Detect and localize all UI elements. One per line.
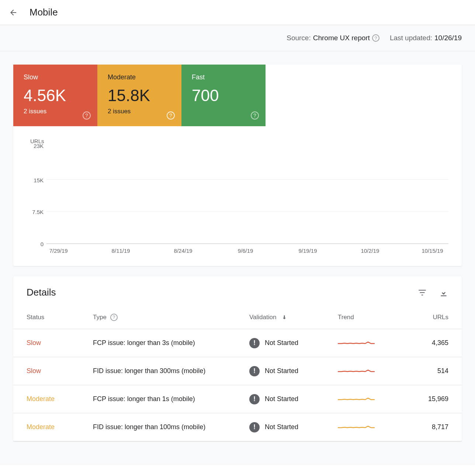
th-urls[interactable]: URLs (404, 314, 448, 321)
row-type: FCP issue: longer than 1s (mobile) (93, 395, 249, 403)
x-tick: 9/19/19 (298, 248, 317, 254)
help-icon[interactable]: ? (167, 111, 175, 120)
chart: URLs 07.5K15K23K 7/29/198/11/198/24/199/… (13, 126, 462, 266)
back-arrow-icon[interactable] (9, 8, 18, 17)
row-validation: !Not Started (249, 394, 338, 404)
updated-meta: Last updated: 10/26/19 (390, 34, 462, 42)
updated-label: Last updated: (390, 34, 432, 42)
row-trend (338, 367, 404, 375)
table-row[interactable]: SlowFID issue: longer than 300ms (mobile… (13, 357, 462, 385)
row-urls: 15,969 (404, 395, 448, 403)
row-validation: !Not Started (249, 422, 338, 432)
stat-moderate-issues: 2 issues (108, 108, 171, 115)
source-label: Source: (287, 34, 311, 42)
table-body: SlowFCP issue: longer than 3s (mobile)!N… (13, 329, 462, 441)
stat-fast[interactable]: Fast 700 ? (181, 65, 266, 126)
row-trend (338, 423, 404, 431)
y-tick: 7.5K (32, 209, 44, 215)
content-area: Slow 4.56K 2 issues ? Moderate 15.8K 2 i… (0, 51, 475, 465)
stat-fast-label: Fast (192, 73, 255, 81)
details-table: Status Type ? Validation Trend URLs Slow… (13, 306, 462, 441)
help-icon[interactable]: ? (251, 111, 259, 120)
row-trend (338, 395, 404, 403)
y-tick: 0 (41, 241, 44, 247)
table-row[interactable]: SlowFCP issue: longer than 3s (mobile)!N… (13, 329, 462, 357)
source-value: Chrome UX report (313, 34, 370, 42)
details-header: Details (13, 276, 462, 306)
row-validation-text: Not Started (265, 395, 298, 403)
sort-desc-icon (281, 314, 287, 320)
x-tick: 10/2/19 (361, 248, 379, 254)
th-type-label: Type (93, 314, 107, 321)
row-trend (338, 339, 404, 347)
row-status: Moderate (27, 423, 93, 431)
details-card: Details Status Type ? Validation Trend U… (13, 276, 462, 441)
th-trend[interactable]: Trend (338, 314, 404, 321)
stat-row: Slow 4.56K 2 issues ? Moderate 15.8K 2 i… (13, 65, 462, 126)
sparkline-icon (338, 423, 375, 431)
row-type: FID issue: longer than 300ms (mobile) (93, 367, 249, 375)
stat-fast-value: 700 (192, 86, 255, 105)
chart-bars (46, 146, 448, 244)
grid-line (46, 211, 448, 212)
help-icon[interactable]: ? (372, 34, 379, 42)
warning-icon: ! (249, 394, 260, 404)
y-tick: 15K (34, 177, 44, 183)
stat-moderate[interactable]: Moderate 15.8K 2 issues ? (97, 65, 181, 126)
x-tick: 8/11/19 (112, 248, 130, 254)
page-title: Mobile (30, 7, 58, 18)
table-row[interactable]: ModerateFCP issue: longer than 1s (mobil… (13, 385, 462, 413)
stat-slow-value: 4.56K (24, 86, 87, 105)
meta-bar: Source: Chrome UX report ? Last updated:… (0, 25, 475, 51)
row-urls: 4,365 (404, 339, 448, 347)
th-validation-label: Validation (249, 314, 276, 321)
filter-icon[interactable] (417, 288, 427, 297)
stat-moderate-label: Moderate (108, 73, 171, 81)
table-header-row: Status Type ? Validation Trend URLs (13, 306, 462, 329)
overview-card: Slow 4.56K 2 issues ? Moderate 15.8K 2 i… (13, 65, 462, 266)
sparkline-icon (338, 339, 375, 347)
chart-plot (46, 146, 448, 244)
chart-y-label: URLs (30, 138, 448, 144)
sparkline-icon (338, 395, 375, 403)
row-status: Moderate (27, 395, 93, 403)
row-status: Slow (27, 339, 93, 347)
row-validation-text: Not Started (265, 339, 298, 347)
x-tick: 7/29/19 (49, 248, 68, 254)
x-tick: 10/15/19 (422, 248, 443, 254)
row-type: FID issue: longer than 100ms (mobile) (93, 423, 249, 431)
row-urls: 8,717 (404, 423, 448, 431)
row-type: FCP issue: longer than 3s (mobile) (93, 339, 249, 347)
details-actions (417, 288, 448, 297)
updated-value: 10/26/19 (434, 34, 462, 42)
th-validation[interactable]: Validation (249, 314, 338, 321)
details-title: Details (27, 287, 56, 298)
help-icon[interactable]: ? (110, 314, 118, 321)
row-validation: !Not Started (249, 366, 338, 376)
row-validation-text: Not Started (265, 423, 298, 431)
stat-moderate-value: 15.8K (108, 86, 171, 105)
y-axis: 07.5K15K23K (30, 146, 46, 244)
x-tick: 8/24/19 (174, 248, 193, 254)
help-icon[interactable]: ? (83, 111, 91, 120)
x-tick: 9/6/19 (238, 248, 253, 254)
stat-slow-issues: 2 issues (24, 108, 87, 115)
warning-icon: ! (249, 338, 260, 348)
row-validation-text: Not Started (265, 367, 298, 375)
page-header: Mobile (0, 0, 475, 25)
source-meta: Source: Chrome UX report ? (287, 34, 379, 42)
table-row[interactable]: ModerateFID issue: longer than 100ms (mo… (13, 413, 462, 441)
y-tick: 23K (34, 143, 44, 149)
chart-area: 07.5K15K23K (30, 146, 448, 244)
x-axis: 7/29/198/11/198/24/199/6/199/19/1910/2/1… (46, 244, 448, 256)
grid-line (46, 179, 448, 180)
row-urls: 514 (404, 367, 448, 375)
warning-icon: ! (249, 422, 260, 432)
th-type[interactable]: Type ? (93, 314, 249, 321)
row-validation: !Not Started (249, 338, 338, 348)
download-icon[interactable] (439, 288, 448, 297)
stat-slow[interactable]: Slow 4.56K 2 issues ? (13, 65, 97, 126)
th-status[interactable]: Status (27, 314, 93, 321)
sparkline-icon (338, 367, 375, 375)
warning-icon: ! (249, 366, 260, 376)
